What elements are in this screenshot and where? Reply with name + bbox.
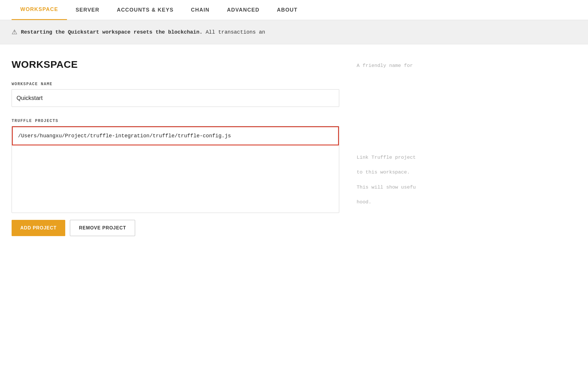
link-truffle-text-2: to this workspace. xyxy=(357,168,576,176)
link-truffle-text-4: hood. xyxy=(357,198,576,206)
warning-banner: ⚠ Restarting the Quickstart workspace re… xyxy=(0,20,588,44)
nav-about[interactable]: ABOUT xyxy=(268,0,306,20)
truffle-projects-label: TRUFFLE PROJECTS xyxy=(12,118,339,123)
workspace-name-section: WORKSPACE NAME xyxy=(12,82,339,107)
button-row: ADD PROJECT REMOVE PROJECT xyxy=(12,220,339,236)
truffle-projects-section: TRUFFLE PROJECTS /Users/huangxu/Project/… xyxy=(12,118,339,236)
workspace-name-input[interactable] xyxy=(12,89,339,107)
project-item[interactable]: /Users/huangxu/Project/truffle-integrati… xyxy=(12,126,339,145)
nav-workspace[interactable]: WORKSPACE xyxy=(12,0,67,20)
truffle-project-helper: Link Truffle project to this workspace. … xyxy=(357,154,576,206)
remove-project-button[interactable]: REMOVE PROJECT xyxy=(70,220,135,236)
nav-chain[interactable]: CHAIN xyxy=(182,0,218,20)
nav-server[interactable]: SERVER xyxy=(67,0,108,20)
left-panel: WORKSPACE WORKSPACE NAME TRUFFLE PROJECT… xyxy=(12,59,339,248)
navigation: WORKSPACE SERVER ACCOUNTS & KEYS CHAIN A… xyxy=(0,0,588,20)
page-title: WORKSPACE xyxy=(12,59,339,70)
warning-icon: ⚠ xyxy=(12,28,17,36)
link-truffle-text-1: Link Truffle project xyxy=(357,154,576,161)
banner-text: Restarting the Quickstart workspace rese… xyxy=(21,29,265,35)
nav-accounts-keys[interactable]: ACCOUNTS & KEYS xyxy=(108,0,182,20)
workspace-name-helper-text: A friendly name for xyxy=(357,62,576,70)
main-content: WORKSPACE WORKSPACE NAME TRUFFLE PROJECT… xyxy=(0,44,588,262)
workspace-name-helper: A friendly name for xyxy=(357,62,576,70)
workspace-name-label: WORKSPACE NAME xyxy=(12,82,339,86)
project-item-empty xyxy=(12,145,339,203)
nav-advanced[interactable]: ADVANCED xyxy=(218,0,268,20)
add-project-button[interactable]: ADD PROJECT xyxy=(12,220,65,236)
right-panel: A friendly name for Link Truffle project… xyxy=(339,59,576,248)
link-truffle-text-3: This will show usefu xyxy=(357,183,576,191)
projects-container: /Users/huangxu/Project/truffle-integrati… xyxy=(12,126,339,213)
